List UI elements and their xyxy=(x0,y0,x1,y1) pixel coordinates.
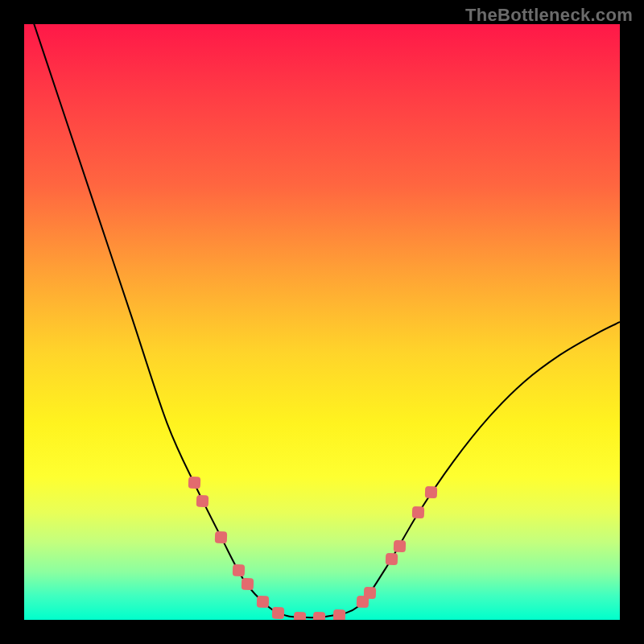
data-marker xyxy=(313,611,326,620)
data-marker xyxy=(271,606,284,619)
chart-plot-area xyxy=(24,24,620,620)
data-marker xyxy=(233,564,246,577)
data-marker xyxy=(294,611,307,620)
data-marker xyxy=(425,486,438,499)
data-marker xyxy=(188,477,201,489)
data-marker xyxy=(393,539,406,552)
data-marker xyxy=(412,506,425,519)
chart-frame: TheBottleneck.com xyxy=(0,0,644,644)
curve-svg xyxy=(24,24,620,620)
watermark-text: TheBottleneck.com xyxy=(465,5,633,26)
data-marker xyxy=(363,587,376,600)
data-marker xyxy=(386,553,398,566)
data-marker xyxy=(242,578,254,591)
data-marker xyxy=(215,531,228,544)
data-marker xyxy=(333,609,346,620)
data-marker xyxy=(196,494,208,507)
bottleneck-curve-path xyxy=(24,24,620,617)
data-marker xyxy=(256,596,269,609)
